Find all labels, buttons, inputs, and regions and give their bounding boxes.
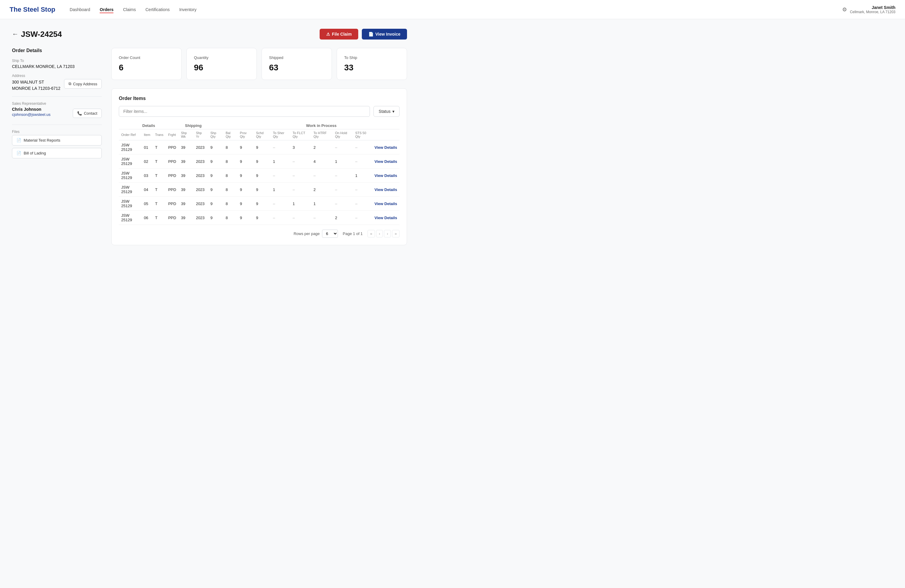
user-info: Janet Smith Cellmark, Monroe, LA 71203 (850, 5, 895, 14)
col-shp-yr: Shp Yr (194, 129, 208, 140)
cell-to-htrf: – (311, 168, 333, 183)
cell-to-flct: – (290, 211, 311, 225)
cell-shp-yr: 2023 (194, 211, 208, 225)
filter-row: Status ▾ (119, 106, 400, 117)
prev-page-button[interactable]: ‹ (376, 230, 383, 237)
cell-item: 06 (141, 211, 152, 225)
col-shp-qty: Shp Qty (208, 129, 223, 140)
cell-shp-wk: 39 (179, 211, 194, 225)
cell-shp-wk: 39 (179, 168, 194, 183)
cell-to-htrf: 4 (311, 154, 333, 168)
cell-schd-qty: 9 (254, 168, 270, 183)
contact-label: Contact (84, 111, 97, 116)
stat-quantity: Quantity 96 (186, 48, 257, 80)
cell-to-sher: – (270, 168, 290, 183)
cell-view-details[interactable]: View Details (372, 154, 400, 168)
cell-on-hold: – (332, 183, 352, 197)
cell-frght: PPD (166, 197, 179, 211)
settings-icon[interactable]: ⚙ (842, 6, 847, 13)
cell-shp-yr: 2023 (194, 140, 208, 154)
nav-certifications[interactable]: Certifications (145, 6, 170, 13)
back-button[interactable]: ← JSW-24254 (12, 30, 62, 39)
file-bill-of-lading[interactable]: 📄 Bill of Lading (12, 148, 102, 158)
cell-prov-qty: 9 (238, 183, 254, 197)
cell-view-details[interactable]: View Details (372, 197, 400, 211)
view-details-link[interactable]: View Details (375, 216, 397, 220)
col-to-htrf-qty: To HTRF Qty (311, 129, 333, 140)
cell-trans: T (152, 168, 166, 183)
cell-view-details[interactable]: View Details (372, 183, 400, 197)
user-company: Cellmark, Monroe, LA 71203 (850, 10, 895, 14)
cell-view-details[interactable]: View Details (372, 211, 400, 225)
last-page-button[interactable]: » (392, 230, 400, 237)
cell-to-flct: – (290, 154, 311, 168)
cell-shp-qty: 9 (208, 211, 223, 225)
page-header: ← JSW-24254 ⚠ File Claim 📄 View Invoice (12, 29, 407, 40)
cell-view-details[interactable]: View Details (372, 168, 400, 183)
view-details-link[interactable]: View Details (375, 159, 397, 164)
nav-orders[interactable]: Orders (100, 6, 113, 13)
cell-schd-qty: 9 (254, 183, 270, 197)
stat-shipped-label: Shipped (269, 56, 324, 60)
cell-shp-qty: 9 (208, 154, 223, 168)
address-line1: 300 WALNUT ST (12, 79, 60, 85)
filter-input[interactable] (119, 106, 370, 117)
main-nav: Dashboard Orders Claims Certifications I… (70, 6, 842, 13)
first-page-button[interactable]: « (367, 230, 375, 237)
cell-bal-qty: 8 (223, 183, 238, 197)
status-dropdown[interactable]: Status ▾ (373, 106, 400, 117)
cell-on-hold: – (332, 168, 352, 183)
copy-icon: ⧉ (68, 81, 71, 86)
cell-to-sher: 1 (270, 154, 290, 168)
col-to-sher-qty: To Sher Qty (270, 129, 290, 140)
file-material-test-reports[interactable]: 📄 Material Test Reports (12, 135, 102, 146)
sales-rep-label: Sales Representative (12, 102, 102, 106)
back-arrow-icon: ← (12, 30, 19, 38)
cell-to-htrf: 2 (311, 140, 333, 154)
cell-shp-wk: 39 (179, 183, 194, 197)
copy-address-button[interactable]: ⧉ Copy Address (64, 79, 102, 89)
cell-view-details[interactable]: View Details (372, 140, 400, 154)
cell-bal-qty: 8 (223, 197, 238, 211)
cell-shp-qty: 9 (208, 197, 223, 211)
view-invoice-button[interactable]: 📄 View Invoice (362, 29, 407, 40)
table-row: JSW 25129 06 T PPD 39 2023 9 8 9 9 – – –… (119, 211, 400, 225)
cell-to-sher: – (270, 140, 290, 154)
cell-order-ref: JSW 25129 (119, 183, 141, 197)
sales-header: Chris Johnson cjohnson@jswsteel.us 📞 Con… (12, 107, 102, 120)
cell-prov-qty: 9 (238, 154, 254, 168)
rows-per-page-select[interactable]: 6 10 25 (322, 230, 338, 238)
file-claim-label: File Claim (332, 32, 352, 37)
nav-dashboard[interactable]: Dashboard (70, 6, 90, 13)
nav-inventory[interactable]: Inventory (179, 6, 197, 13)
order-items-section: Order Items Status ▾ Details Shipping (111, 88, 407, 245)
user-section: ⚙ Janet Smith Cellmark, Monroe, LA 71203 (842, 5, 895, 14)
order-items-table: Details Shipping Work in Process Order R… (119, 122, 400, 225)
cell-sts50: – (353, 197, 372, 211)
contact-button[interactable]: 📞 Contact (73, 109, 102, 118)
sales-rep-name: Chris Johnson (12, 107, 51, 112)
cell-to-flct: 3 (290, 140, 311, 154)
ship-to-label: Ship To (12, 59, 102, 63)
wip-sub-group-header: Work in Process (270, 122, 372, 129)
cell-schd-qty: 9 (254, 197, 270, 211)
cell-trans: T (152, 183, 166, 197)
cell-schd-qty: 9 (254, 211, 270, 225)
next-page-button[interactable]: › (384, 230, 391, 237)
right-panel: Order Count 6 Quantity 96 Shipped 63 To … (111, 48, 407, 245)
stat-shipped: Shipped 63 (262, 48, 332, 80)
details-group-header: Details (119, 122, 179, 129)
nav-claims[interactable]: Claims (123, 6, 136, 13)
file-claim-button[interactable]: ⚠ File Claim (320, 29, 358, 40)
alert-icon: ⚠ (326, 32, 330, 37)
file-name-1: Material Test Reports (24, 138, 60, 143)
view-details-link[interactable]: View Details (375, 188, 397, 192)
view-details-link[interactable]: View Details (375, 202, 397, 206)
view-details-link[interactable]: View Details (375, 145, 397, 150)
col-frght: Frght (166, 129, 179, 140)
header: The Steel Stop Dashboard Orders Claims C… (0, 0, 905, 19)
view-details-link[interactable]: View Details (375, 173, 397, 178)
cell-frght: PPD (166, 154, 179, 168)
cell-frght: PPD (166, 168, 179, 183)
sales-rep-email[interactable]: cjohnson@jswsteel.us (12, 112, 51, 117)
